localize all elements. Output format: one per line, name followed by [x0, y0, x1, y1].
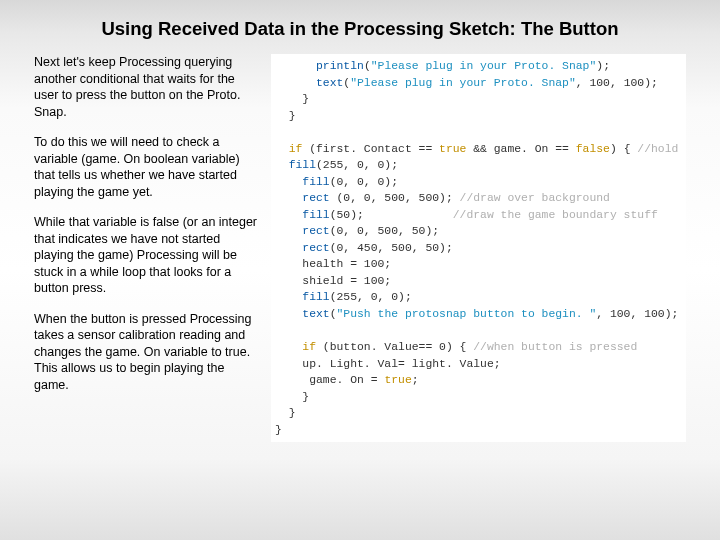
code-text: (255, 0, 0);	[330, 291, 412, 303]
code-text: (0, 450, 500, 50);	[330, 242, 453, 254]
code-fn: rect	[275, 192, 330, 204]
code-block: println("Please plug in your Proto. Snap…	[271, 54, 686, 442]
page-title: Using Received Data in the Processing Sk…	[34, 18, 686, 40]
code-text: up. Light. Val= light. Value;	[275, 358, 501, 370]
code-text: ;	[412, 374, 419, 386]
code-cmt: //draw the game boundary stuff	[453, 209, 658, 221]
code-kw: if	[275, 143, 302, 155]
code-kw: true	[384, 374, 411, 386]
code-fn: fill	[275, 159, 316, 171]
code-text: (	[364, 60, 371, 72]
content-columns: Next let's keep Processing querying anot…	[34, 54, 686, 442]
code-text: shield = 100;	[275, 275, 391, 287]
code-text: (50);	[330, 209, 453, 221]
code-text: }	[275, 407, 296, 419]
code-cmt: //when button is pressed	[473, 341, 637, 353]
code-str: "Push the protosnap button to begin. "	[337, 308, 597, 320]
code-fn: println	[275, 60, 364, 72]
code-str: "Please plug in your Proto. Snap"	[371, 60, 597, 72]
code-kw: true	[439, 143, 466, 155]
code-text: }	[275, 110, 296, 122]
code-text: }	[275, 391, 309, 403]
code-cmt: //draw over background	[460, 192, 610, 204]
code-fn: fill	[275, 291, 330, 303]
code-text: game. On =	[275, 374, 384, 386]
code-fn: fill	[275, 176, 330, 188]
code-kw: false	[576, 143, 610, 155]
code-kw: if	[275, 341, 316, 353]
code-text: (0, 0, 500, 500);	[330, 192, 460, 204]
code-str: "Please plug in your Proto. Snap"	[350, 77, 576, 89]
paragraph-3: While that variable is false (or an inte…	[34, 214, 259, 297]
code-fn: text	[275, 77, 343, 89]
prose-column: Next let's keep Processing querying anot…	[34, 54, 259, 442]
code-cmt: //hold patt	[637, 143, 686, 155]
code-text: (0, 0, 500, 50);	[330, 225, 439, 237]
code-text: (	[330, 308, 337, 320]
code-text: }	[275, 93, 309, 105]
code-text: }	[275, 424, 282, 436]
code-text: && game. On ==	[466, 143, 575, 155]
code-text: health = 100;	[275, 258, 391, 270]
code-fn: text	[275, 308, 330, 320]
paragraph-4: When the button is pressed Processing ta…	[34, 311, 259, 394]
paragraph-2: To do this we will need to check a varia…	[34, 134, 259, 200]
code-text: , 100, 100);	[596, 308, 678, 320]
code-text: (first. Contact ==	[302, 143, 439, 155]
code-text: , 100, 100);	[576, 77, 658, 89]
code-text: (255, 0, 0);	[316, 159, 398, 171]
code-text: (button. Value== 0) {	[316, 341, 473, 353]
code-text: (0, 0, 0);	[330, 176, 398, 188]
code-fn: rect	[275, 225, 330, 237]
code-fn: rect	[275, 242, 330, 254]
code-text: ) {	[610, 143, 637, 155]
paragraph-1: Next let's keep Processing querying anot…	[34, 54, 259, 120]
code-text: );	[596, 60, 610, 72]
code-fn: fill	[275, 209, 330, 221]
